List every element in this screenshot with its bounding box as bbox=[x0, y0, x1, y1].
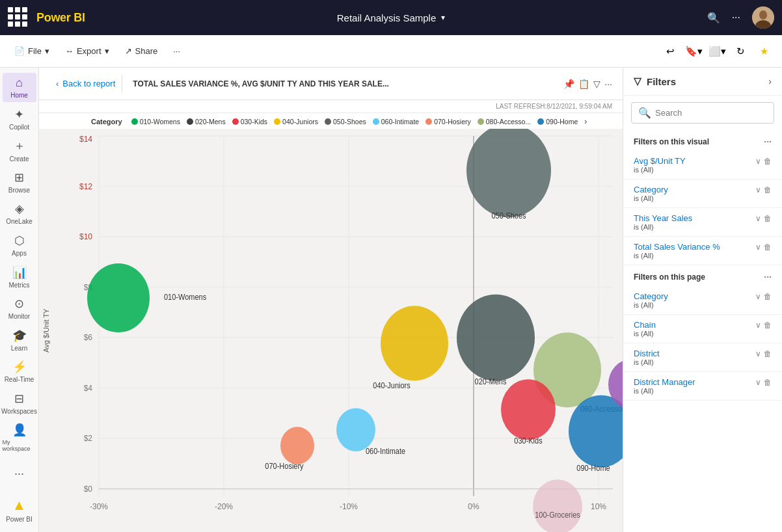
apps-icon: ⬡ bbox=[14, 233, 25, 248]
create-icon: ＋ bbox=[14, 138, 25, 153]
bubble-100-groceries[interactable] bbox=[533, 479, 582, 532]
sidebar-item-copilot[interactable]: ✦ Copilot bbox=[3, 105, 36, 134]
filter-name-chain[interactable]: Chain bbox=[634, 320, 656, 330]
filter-visual-icon[interactable]: ▽ bbox=[593, 79, 600, 89]
filter-icons-category: ∨ 🗑 bbox=[755, 185, 772, 194]
filter-expand-chain-icon[interactable]: ∨ bbox=[755, 321, 761, 330]
waffle-menu-icon[interactable] bbox=[8, 7, 29, 28]
sidebar-item-monitor[interactable]: ⊙ Monitor bbox=[3, 294, 36, 323]
bubble-030-kids[interactable] bbox=[501, 379, 556, 440]
export-button[interactable]: ↔ Export ▾ bbox=[59, 42, 116, 60]
filter-clear-page-category-icon[interactable]: 🗑 bbox=[764, 292, 772, 301]
legend-item-030-kids[interactable]: 030-Kids bbox=[232, 118, 267, 126]
legend-item-050-shoes[interactable]: 050-Shoes bbox=[325, 118, 366, 126]
sidebar-item-more[interactable]: ··· bbox=[3, 457, 36, 490]
filter-clear-district-manager-icon[interactable]: 🗑 bbox=[764, 378, 772, 387]
sidebar-item-browse[interactable]: ⊞ Browse bbox=[3, 168, 36, 197]
sidebar-item-myworkspace[interactable]: 👤 My workspace bbox=[3, 420, 36, 454]
sidebar-item-create[interactable]: ＋ Create bbox=[3, 136, 36, 165]
scatter-chart-svg: $0 $2 $4 $6 $8 $10 $12 $14 -30% -20% -10… bbox=[53, 129, 623, 532]
sidebar-item-metrics[interactable]: 📊 Metrics bbox=[3, 262, 36, 291]
sidebar-item-onelake[interactable]: ◈ OneLake bbox=[3, 199, 36, 228]
user-avatar[interactable] bbox=[752, 7, 774, 29]
filter-name-district-manager[interactable]: District Manager bbox=[634, 377, 695, 387]
svg-text:10%: 10% bbox=[591, 501, 606, 511]
bubble-060-intimate[interactable] bbox=[336, 408, 375, 451]
sidebar-item-workspaces[interactable]: ⊟ Workspaces bbox=[3, 388, 36, 418]
filter-expand-total-sales-icon[interactable]: ∨ bbox=[755, 243, 761, 252]
legend-item-090-home[interactable]: 090-Home bbox=[537, 118, 578, 126]
sidebar-item-powerbi[interactable]: ▲ Power BI bbox=[3, 493, 36, 527]
bubble-020-mens[interactable] bbox=[457, 295, 535, 381]
back-to-report-label: Back to report bbox=[62, 79, 115, 88]
legend-item-060-intimate[interactable]: 060-Intimate bbox=[373, 118, 419, 126]
refresh-button[interactable]: ↻ bbox=[730, 41, 751, 62]
share-button[interactable]: ↗ Share bbox=[118, 42, 165, 60]
filter-name-this-year-sales[interactable]: This Year Sales bbox=[634, 213, 692, 223]
legend-item-040-juniors[interactable]: 040-Juniors bbox=[274, 118, 318, 126]
file-button[interactable]: 📄 File ▾ bbox=[8, 42, 56, 60]
filters-expand-icon[interactable]: › bbox=[768, 76, 772, 86]
legend-item-010-womens[interactable]: 010-Womens bbox=[131, 118, 180, 126]
favorite-button[interactable]: ★ bbox=[753, 41, 774, 62]
legend-item-080-accessories[interactable]: 080-Accesso... bbox=[478, 118, 531, 126]
filter-name-page-category[interactable]: Category bbox=[634, 291, 668, 301]
filter-item-district: District ∨ 🗑 is (All) bbox=[623, 343, 782, 372]
more-nav-icon[interactable]: ··· bbox=[732, 12, 740, 23]
copy-icon[interactable]: 📋 bbox=[578, 79, 589, 89]
more-visual-icon[interactable]: ··· bbox=[604, 79, 612, 89]
svg-text:100-Groceries: 100-Groceries bbox=[535, 510, 580, 519]
filter-name-total-sales-variance[interactable]: Total Sales Variance % bbox=[634, 242, 720, 252]
filter-clear-total-sales-icon[interactable]: 🗑 bbox=[764, 243, 772, 252]
filter-icons-page-category: ∨ 🗑 bbox=[755, 292, 772, 301]
window-button[interactable]: ⬜ ▾ bbox=[707, 41, 727, 62]
filter-clear-this-year-icon[interactable]: 🗑 bbox=[764, 214, 772, 223]
bubble-040-juniors[interactable] bbox=[381, 306, 448, 380]
brand-logo: Power BI bbox=[36, 11, 85, 25]
filter-name-category[interactable]: Category bbox=[634, 185, 668, 194]
back-to-report-button[interactable]: ‹ Back to report bbox=[49, 75, 122, 92]
filters-search-input[interactable] bbox=[655, 108, 767, 118]
sidebar-item-learn[interactable]: 🎓 Learn bbox=[3, 325, 36, 354]
bubble-090-home[interactable] bbox=[569, 395, 623, 468]
filter-clear-avg-unit-ty-icon[interactable]: 🗑 bbox=[764, 157, 772, 166]
filter-item-chain: Chain ∨ 🗑 is (All) bbox=[623, 315, 782, 343]
page-filters-more-icon[interactable]: ··· bbox=[764, 272, 772, 282]
legend-item-020-mens[interactable]: 020-Mens bbox=[187, 118, 226, 126]
filter-expand-category-icon[interactable]: ∨ bbox=[755, 185, 761, 194]
filter-expand-avg-unit-ty-icon[interactable]: ∨ bbox=[755, 157, 761, 166]
pin-icon[interactable]: 📌 bbox=[563, 79, 574, 89]
undo-button[interactable]: ↩ bbox=[660, 41, 681, 62]
sidebar-item-metrics-label: Metrics bbox=[8, 282, 29, 289]
svg-point-1 bbox=[759, 10, 767, 20]
bubble-050-shoes[interactable] bbox=[466, 129, 551, 217]
legend-item-070-hosiery[interactable]: 070-Hosiery bbox=[425, 118, 471, 126]
svg-text:020-Mens: 020-Mens bbox=[475, 377, 507, 386]
sidebar-item-realtime[interactable]: ⚡ Real-Time bbox=[3, 357, 36, 386]
share-icon: ↗ bbox=[125, 46, 132, 56]
filter-clear-category-icon[interactable]: 🗑 bbox=[764, 185, 772, 194]
visual-filters-more-icon[interactable]: ··· bbox=[764, 137, 772, 147]
more-options-button[interactable]: ··· bbox=[167, 42, 187, 60]
sidebar-item-apps[interactable]: ⬡ Apps bbox=[3, 231, 36, 260]
bookmark-button[interactable]: 🔖 ▾ bbox=[683, 41, 704, 62]
search-nav-icon[interactable]: 🔍 bbox=[707, 12, 720, 24]
filter-expand-district-manager-icon[interactable]: ∨ bbox=[755, 378, 761, 387]
filter-expand-district-icon[interactable]: ∨ bbox=[755, 349, 761, 358]
filter-clear-district-icon[interactable]: 🗑 bbox=[764, 349, 772, 358]
bubble-010-womens[interactable] bbox=[87, 263, 150, 332]
sidebar-item-home[interactable]: ⌂ Home bbox=[3, 73, 36, 102]
legend-dot-030-kids bbox=[232, 118, 239, 125]
filters-search-box[interactable]: 🔍 bbox=[631, 102, 774, 124]
filter-funnel-icon: ▽ bbox=[634, 75, 641, 87]
filter-name-district[interactable]: District bbox=[634, 349, 660, 358]
filter-expand-page-category-icon[interactable]: ∨ bbox=[755, 292, 761, 301]
content-area: ‹ Back to report TOTAL SALES VARIANCE %,… bbox=[39, 68, 623, 532]
filter-expand-this-year-icon[interactable]: ∨ bbox=[755, 214, 761, 223]
legend-more-button[interactable]: › bbox=[584, 117, 587, 126]
filter-clear-chain-icon[interactable]: 🗑 bbox=[764, 321, 772, 330]
filter-name-avg-unit-ty[interactable]: Avg $/Unit TY bbox=[634, 156, 686, 166]
title-chevron-icon[interactable]: ▾ bbox=[441, 13, 445, 22]
bubble-070-hosiery[interactable] bbox=[280, 427, 314, 464]
legend-label-050-shoes: 050-Shoes bbox=[333, 118, 366, 126]
